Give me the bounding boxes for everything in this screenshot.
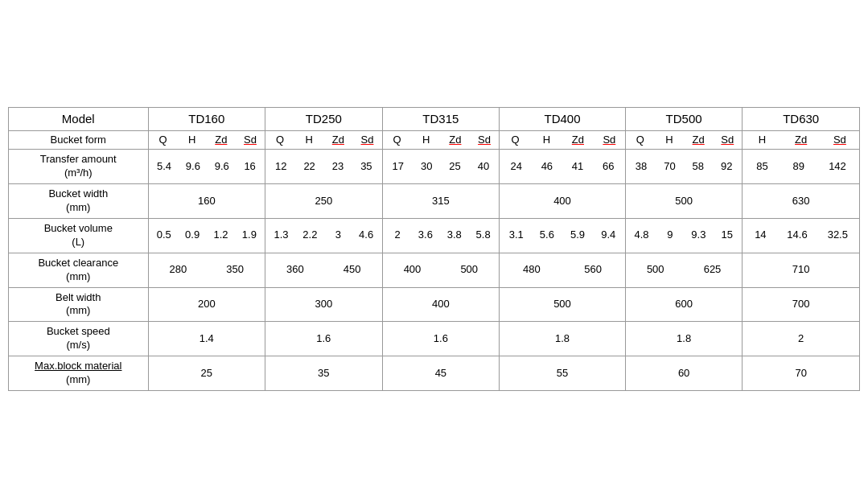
bv-td315-2: 3.8 xyxy=(447,228,462,242)
bs-td160: 1.4 xyxy=(148,322,265,356)
bf-td500-Zd: Zd xyxy=(691,134,706,147)
bv-td500-0: 4.8 xyxy=(635,228,649,242)
bf-td160-Zd: Zd xyxy=(214,134,228,147)
ta-td160-0: 5.4 xyxy=(157,160,171,174)
bucket-form-td160: Q H Zd Sd xyxy=(148,130,265,150)
belw-td160: 200 xyxy=(148,287,265,322)
bv-td630-2: 32.5 xyxy=(828,228,848,242)
bucket-form-label: Bucket form xyxy=(9,130,149,150)
ta-td630-0: 85 xyxy=(756,160,769,174)
bucket-form-td400: Q H Zd Sd xyxy=(500,130,626,150)
ta-td160-1: 9.6 xyxy=(186,160,200,174)
ta-td315-3: 40 xyxy=(477,160,490,174)
transfer-td400: 24 46 41 66 xyxy=(500,150,626,184)
ta-td400-2: 41 xyxy=(571,160,584,174)
belw-td400: 500 xyxy=(500,287,626,322)
bf-td250-Sd: Sd xyxy=(360,134,375,147)
bucket-volume-line1: Bucket volume xyxy=(44,222,113,234)
belw-td250: 300 xyxy=(265,287,383,322)
bc-td500-0: 500 xyxy=(647,263,664,277)
ta-td630-2: 142 xyxy=(829,160,846,174)
bv-td160: 0.5 0.9 1.2 1.9 xyxy=(148,219,265,253)
ta-td250-1: 22 xyxy=(303,160,316,174)
bc-td315-0: 400 xyxy=(404,263,422,277)
bv-td630: 14 14.6 32.5 xyxy=(743,219,860,253)
bc-td630: 710 xyxy=(743,253,860,287)
bv-td400-0: 3.1 xyxy=(509,228,524,242)
bv-td315-1: 3.6 xyxy=(418,228,433,242)
bf-td315-Sd: Sd xyxy=(477,134,492,147)
ta-td630-1: 89 xyxy=(792,160,805,174)
bucket-form-row: Bucket form Q H Zd Sd Q H Zd Sd xyxy=(9,130,860,150)
bv-td160-2: 1.2 xyxy=(213,228,228,242)
transfer-td250: 12 22 23 35 xyxy=(265,150,383,184)
bf-td250-Q: Q xyxy=(273,134,287,147)
bucket-clearance-line1: Bucket clearance xyxy=(38,257,118,269)
ta-td250-3: 35 xyxy=(360,160,372,174)
belt-width-row: Belt width (mm) 200 300 400 500 600 700 xyxy=(9,287,860,322)
bucket-form-td315: Q H Zd Sd xyxy=(382,130,500,150)
transfer-amount-label: Transfer amount (m³/h) xyxy=(9,150,149,184)
max-block-line2: (mm) xyxy=(66,373,90,385)
bucket-volume-row: Bucket volume (L) 0.5 0.9 1.2 1.9 1.3 2.… xyxy=(9,219,860,253)
bf-td500-H: H xyxy=(662,134,677,147)
ta-td500-3: 92 xyxy=(720,160,733,174)
ta-td500-1: 70 xyxy=(663,160,676,174)
transfer-td160: 5.4 9.6 9.6 16 xyxy=(148,150,265,184)
mb-td250: 35 xyxy=(265,356,383,391)
max-block-label: Max.block material (mm) xyxy=(9,356,149,391)
bucket-width-line1: Bucket width xyxy=(48,187,108,200)
specs-table: Model TD160 TD250 TD315 TD400 TD500 TD63… xyxy=(8,107,860,391)
bv-td500-2: 9.3 xyxy=(691,228,706,242)
bf-td400-H: H xyxy=(540,134,554,147)
bv-td630-0: 14 xyxy=(754,228,767,242)
bc-td400: 480 560 xyxy=(500,253,626,287)
bv-td400-2: 5.9 xyxy=(570,228,585,242)
transfer-td315: 17 30 25 40 xyxy=(382,150,500,184)
model-td500: TD500 xyxy=(625,108,743,131)
model-td400: TD400 xyxy=(500,108,626,131)
bv-td250-0: 1.3 xyxy=(274,228,288,242)
bc-td160-0: 280 xyxy=(170,263,187,277)
max-block-row: Max.block material (mm) 25 35 45 55 60 7… xyxy=(9,356,860,391)
transfer-amount-line2: (m³/h) xyxy=(64,167,93,179)
bw-td400: 400 xyxy=(500,184,626,219)
bv-td400: 3.1 5.6 5.9 9.4 xyxy=(500,219,626,253)
bv-td315-3: 5.8 xyxy=(476,228,491,242)
bv-td315-0: 2 xyxy=(391,228,404,242)
mb-td160: 25 xyxy=(148,356,265,391)
bucket-form-td500: Q H Zd Sd xyxy=(625,130,743,150)
bw-td315: 315 xyxy=(382,184,500,219)
transfer-amount-line1: Transfer amount xyxy=(40,153,117,165)
bf-td500-Sd: Sd xyxy=(720,134,734,147)
bs-td400: 1.8 xyxy=(500,322,626,356)
bv-td250-3: 4.6 xyxy=(359,228,373,242)
transfer-amount-row: Transfer amount (m³/h) 5.4 9.6 9.6 16 12… xyxy=(9,150,860,184)
ta-td250-2: 23 xyxy=(331,160,344,174)
bv-td160-1: 0.9 xyxy=(185,228,200,242)
ta-td250-0: 12 xyxy=(274,160,287,174)
bs-td500: 1.8 xyxy=(625,322,743,356)
belw-td500: 600 xyxy=(625,287,743,322)
mb-td630: 70 xyxy=(743,356,860,391)
bf-td315-H: H xyxy=(419,134,434,147)
bucket-width-line2: (mm) xyxy=(66,201,90,213)
bv-td315: 2 3.6 3.8 5.8 xyxy=(382,219,500,253)
mb-td400: 55 xyxy=(500,356,626,391)
bf-td160-H: H xyxy=(185,134,200,147)
ta-td315-1: 30 xyxy=(420,160,433,174)
belt-width-line2: (mm) xyxy=(66,304,90,316)
bucket-clearance-label: Bucket clearance (mm) xyxy=(9,253,149,287)
ta-td400-1: 46 xyxy=(541,160,553,174)
bf-td315-Zd: Zd xyxy=(448,134,463,147)
bv-td500: 4.8 9 9.3 15 xyxy=(625,219,743,253)
bucket-form-td250: Q H Zd Sd xyxy=(265,130,383,150)
bf-td400-Sd: Sd xyxy=(602,134,616,147)
bf-td160-Sd: Sd xyxy=(243,134,257,147)
bc-td160-1: 350 xyxy=(226,263,244,277)
ta-td160-2: 9.6 xyxy=(215,160,229,174)
bc-td160: 280 350 xyxy=(148,253,265,287)
bf-td250-Zd: Zd xyxy=(331,134,345,147)
model-header-label: Model xyxy=(9,108,149,131)
bs-td250: 1.6 xyxy=(265,322,383,356)
